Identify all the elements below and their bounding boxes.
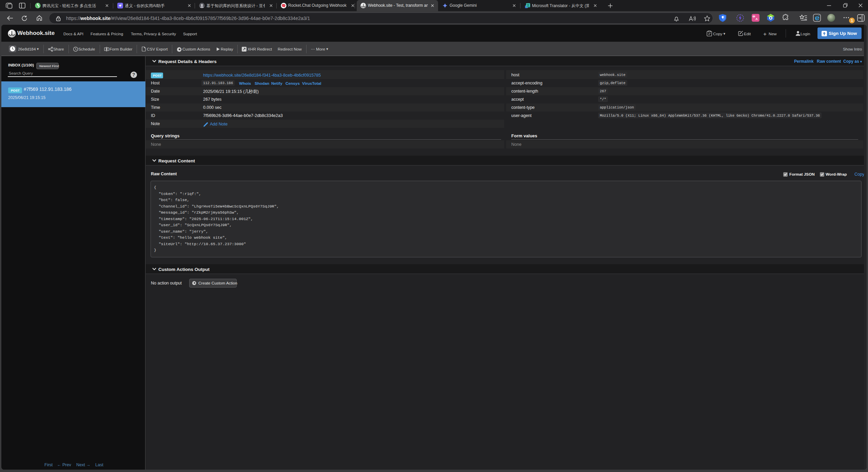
svg-text:A: A bbox=[755, 17, 758, 21]
svg-text:文: 文 bbox=[526, 4, 530, 7]
svg-text:中: 中 bbox=[753, 15, 756, 18]
